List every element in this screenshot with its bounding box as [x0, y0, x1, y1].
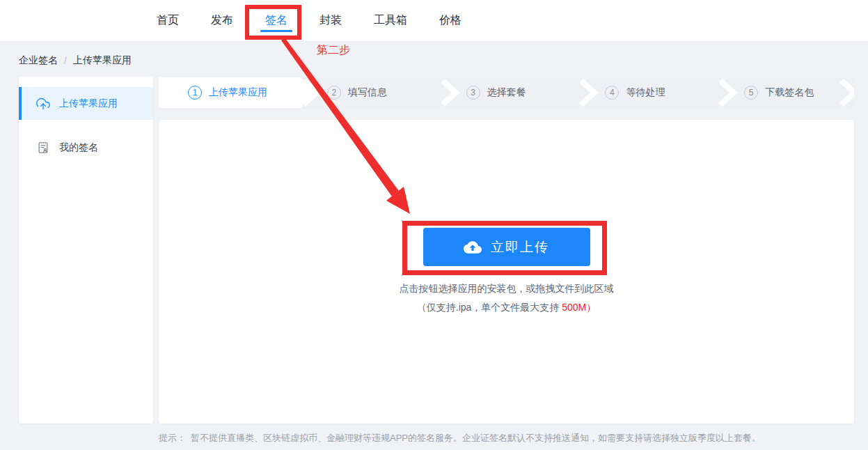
step-label: 上传苹果应用	[209, 86, 267, 99]
step-wizard: 1 上传苹果应用 2 填写信息 3 选择套餐 4 等待处理 5 下载签名包	[159, 77, 854, 108]
chevron-right-icon	[439, 77, 461, 108]
step-number-badge: 3	[466, 86, 480, 100]
footer-tip: 提示：暂不提供直播类、区块链虚拟币、金融理财等违规APP的签名服务。企业证签名默…	[159, 432, 761, 444]
step-number-badge: 2	[327, 86, 341, 100]
cloud-upload-icon	[36, 97, 50, 111]
breadcrumb-current: 上传苹果应用	[73, 54, 132, 67]
step-label: 选择套餐	[487, 86, 526, 99]
sidebar-item-my-signatures[interactable]: 我的签名	[19, 131, 153, 164]
cloud-upload-icon	[464, 238, 482, 256]
hint-suffix: ）	[586, 302, 596, 313]
breadcrumb-separator: /	[64, 55, 67, 66]
nav-item-package[interactable]: 封装	[319, 0, 342, 41]
hint-prefix: （仅支持.ipa，单个文件最大支持	[417, 302, 562, 313]
sidebar-item-label: 我的签名	[59, 141, 98, 154]
upload-button-label: 立即上传	[491, 238, 549, 256]
main-nav: 首页 发布 签名 封装 工具箱 价格	[0, 0, 868, 41]
chevron-right-icon	[577, 77, 599, 108]
upload-hint-line1: 点击按钮选择应用的安装包，或拖拽文件到此区域	[159, 283, 854, 295]
upload-drop-zone[interactable]: 立即上传 点击按钮选择应用的安装包，或拖拽文件到此区域 （仅支持.ipa，单个文…	[159, 120, 854, 424]
sidebar-item-upload-apple-app[interactable]: 上传苹果应用	[19, 87, 153, 120]
screen: 首页 发布 签名 封装 工具箱 价格 企业签名 / 上传苹果应用 上传苹果应用	[0, 0, 868, 450]
step-3-choose-plan: 3 选择套餐	[437, 77, 576, 108]
step-4-wait-processing: 4 等待处理	[576, 77, 715, 108]
step-number-badge: 1	[188, 86, 202, 100]
chevron-right-icon	[299, 77, 322, 108]
nav-item-price[interactable]: 价格	[439, 0, 461, 41]
step-number-badge: 4	[605, 86, 619, 100]
step-two-annotation-label: 第二步	[317, 43, 350, 58]
top-header: 首页 发布 签名 封装 工具箱 价格	[0, 0, 868, 42]
upload-now-button[interactable]: 立即上传	[423, 228, 590, 266]
nav-item-toolbox[interactable]: 工具箱	[374, 0, 407, 41]
chevron-right-icon	[837, 77, 854, 108]
step-label: 下载签名包	[765, 86, 814, 99]
chevron-right-icon	[716, 77, 739, 108]
step-label: 等待处理	[626, 86, 665, 99]
step-number-badge: 5	[744, 86, 758, 100]
tip-label: 提示：	[159, 433, 186, 443]
sidebar-item-label: 上传苹果应用	[59, 98, 118, 110]
step-2-fill-info: 2 填写信息	[298, 77, 437, 108]
nav-item-sign[interactable]: 签名	[265, 0, 287, 41]
max-size-value: 500M	[562, 302, 586, 313]
tip-text: 暂不提供直播类、区块链虚拟币、金融理财等违规APP的签名服务。企业证签名默认不支…	[191, 433, 761, 443]
nav-item-home[interactable]: 首页	[157, 0, 179, 41]
signature-document-icon	[36, 141, 50, 155]
nav-item-publish[interactable]: 发布	[211, 0, 233, 41]
breadcrumb-link-enterprise-sign[interactable]: 企业签名	[19, 54, 58, 67]
upload-hint-line2: （仅支持.ipa，单个文件最大支持 500M）	[159, 302, 854, 314]
step-1-upload: 1 上传苹果应用	[159, 77, 298, 108]
breadcrumb: 企业签名 / 上传苹果应用	[19, 54, 132, 67]
step-label: 填写信息	[348, 86, 387, 99]
sidebar: 上传苹果应用 我的签名	[19, 77, 153, 424]
step-5-download-package: 5 下载签名包	[715, 77, 854, 108]
